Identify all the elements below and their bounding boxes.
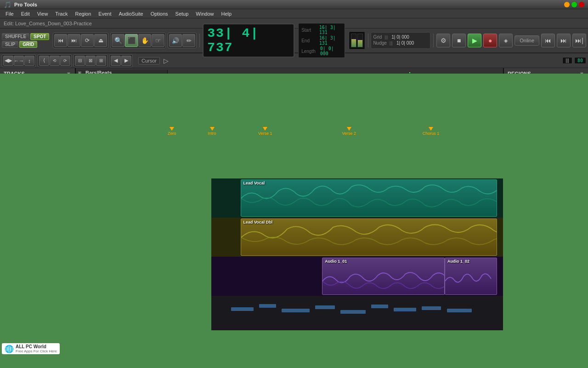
- zoom-out-h[interactable]: ←→: [14, 56, 24, 66]
- audio1-clip2-label: Audio 1_02: [446, 259, 471, 264]
- app-name: Pro Tools: [14, 2, 37, 7]
- menu-region[interactable]: Region: [71, 11, 95, 17]
- menu-track[interactable]: Track: [51, 11, 71, 17]
- audio1-clip2[interactable]: Audio 1_02: [445, 258, 497, 295]
- end-btn[interactable]: ⏭|: [572, 34, 586, 47]
- separator3: [433, 34, 434, 47]
- view-options[interactable]: |||: [562, 57, 572, 64]
- menu-edit[interactable]: Edit: [17, 11, 34, 17]
- separator2: [368, 34, 368, 47]
- marker-zero: Zero: [168, 127, 176, 136]
- cursor-indicator: ▷: [164, 57, 169, 64]
- start-end-display: Start 16| 3| 131 End 16| 3| 131 Length 0…: [298, 23, 345, 58]
- menu-event[interactable]: Event: [95, 11, 115, 17]
- grid-nudge: Grid ||| 1| 0| 000 Nudge ||| 1| 0| 000: [371, 32, 430, 49]
- marker-chorus1: Chorus 1: [423, 127, 440, 136]
- audio1-waveform1: [322, 267, 444, 295]
- loop-set-btn[interactable]: ⟲: [50, 56, 60, 66]
- lead-vocal-track-controls: Lead Vocal ▼ S M waveform: [76, 178, 211, 217]
- zoom-tool[interactable]: 🔍: [112, 34, 124, 47]
- rewind-btn[interactable]: ⏮: [54, 34, 67, 47]
- lead-vocal-dbl-track-content[interactable]: Lead Vocal Dbl: [211, 218, 503, 257]
- audio1-clip1[interactable]: Audio 1_01: [322, 258, 445, 295]
- menu-setup[interactable]: Setup: [172, 11, 192, 17]
- marker-verse2: Verse 2: [342, 127, 356, 136]
- slip-btn[interactable]: SLIP: [2, 41, 18, 48]
- window-controls: [564, 2, 584, 7]
- watermark: 🌐 ALL PC World Free Apps For Click Here: [2, 343, 60, 354]
- ff-btn[interactable]: ⏭: [68, 34, 80, 47]
- back2-btn[interactable]: ◀: [111, 56, 121, 66]
- record-btn[interactable]: ●: [483, 34, 497, 47]
- select-tool[interactable]: ⬛: [125, 34, 138, 47]
- loop-btn[interactable]: ⟳: [81, 34, 94, 47]
- watermark-text: ALL PC World: [16, 344, 57, 349]
- punch-btn[interactable]: ⏏: [94, 34, 107, 47]
- edit-label: Edit: Love_Comes_Down_003-Practice: [4, 21, 92, 26]
- align3-btn[interactable]: ⊞: [96, 56, 106, 66]
- lead-vocal-dbl-waveform: [241, 219, 497, 255]
- menu-view[interactable]: View: [34, 11, 52, 17]
- tool-buttons: 🔍 ⬛ ✋ ☞: [110, 33, 166, 48]
- align2-btn[interactable]: ⊠: [85, 56, 96, 66]
- grid-value: 1| 0| 000: [391, 34, 409, 40]
- menu-options[interactable]: Options: [147, 11, 172, 17]
- menu-help[interactable]: Help: [217, 11, 235, 17]
- pencil-tool[interactable]: ✏: [182, 34, 195, 47]
- align-btn[interactable]: ⊟: [75, 56, 85, 66]
- edit-tools: 🔊 ✏: [168, 33, 197, 48]
- lead-vocal-track-content[interactable]: Lead Vocal: [211, 178, 503, 218]
- marker-intro: Intro: [208, 127, 216, 136]
- menu-window[interactable]: Window: [192, 11, 217, 17]
- bars-ruler: 1 5 9 13 17 21 25 29 33 37: [168, 72, 503, 73]
- hand-tool[interactable]: ☞: [152, 34, 164, 47]
- right-toolbar2: ||| 80: [562, 57, 586, 64]
- next-btn[interactable]: ⏭: [557, 34, 571, 47]
- nav-buttons: ⏮ ⏭ ⟳ ⏏: [53, 33, 108, 48]
- main-area: TRACKS ▼ ClickReturn ClickKickSnareRackF…: [0, 68, 588, 368]
- audio1-waveform2: [445, 267, 497, 295]
- settings-btn[interactable]: ⚙: [436, 34, 450, 47]
- speaker-tool[interactable]: 🔊: [169, 34, 182, 47]
- grab-tool[interactable]: ✋: [138, 34, 151, 47]
- zoom-in-h[interactable]: ◀▶: [3, 56, 13, 66]
- lead-vocal-dbl-clip[interactable]: Lead Vocal Dbl: [241, 218, 498, 256]
- back-btn[interactable]: ⟨: [39, 56, 49, 66]
- tracks-scroll: Keys ▼ S M waveform: [76, 137, 503, 359]
- grid-btn[interactable]: GRID: [19, 41, 37, 48]
- start-label: Start: [301, 28, 316, 33]
- shuffle-btn[interactable]: SHUFFLE: [2, 33, 29, 40]
- stop-btn[interactable]: ■: [452, 34, 466, 47]
- cursor-mode-label: Cursor: [138, 57, 160, 64]
- spot-btn[interactable]: SPOT: [30, 33, 49, 40]
- lead-vocal-track-row: Lead Vocal ▼ S M waveform: [76, 178, 503, 218]
- separator1: [199, 34, 200, 47]
- extra-btn[interactable]: ◈: [499, 34, 513, 47]
- end-value: 16| 3| 131: [319, 35, 342, 46]
- timeline-area: ▣ Bars|Beats 1 5 9 13 17 21 25 29 33 37: [76, 68, 503, 368]
- nudge-value: 1| 0| 000: [396, 40, 414, 46]
- lead-vocal-level-bar: [109, 188, 111, 209]
- meter-display: [349, 31, 365, 50]
- nav-controls: ⟨ ⟲ ⟳: [38, 54, 72, 67]
- zoom-in-v[interactable]: ↕: [24, 56, 34, 66]
- right-toolbar: ⚙ ■ ▶ ● ◈ Online ⏮ ⏭ ⏭|: [436, 34, 586, 47]
- inst1-midi-notes: [217, 298, 498, 328]
- loop-end-btn[interactable]: ⟳: [60, 56, 70, 66]
- lead-vocal-clip[interactable]: Lead Vocal: [241, 179, 498, 217]
- app-icon: 🎵: [4, 1, 11, 8]
- lead-vocal-track-btns: S M: [78, 188, 209, 209]
- inst1-track-content[interactable]: [211, 296, 503, 330]
- fwd-btn[interactable]: ▶: [121, 56, 131, 66]
- menu-file[interactable]: File: [2, 11, 17, 17]
- prev-btn[interactable]: ⏮: [541, 34, 555, 47]
- zoom-counter: 80: [574, 57, 586, 64]
- length-label: Length: [301, 49, 317, 54]
- watermark-sub: Free Apps For Click Here: [16, 349, 57, 353]
- scrub-controls: ◀ ▶: [109, 54, 133, 67]
- online-btn[interactable]: Online: [514, 35, 539, 46]
- audio1-track-content[interactable]: Audio 1_01 Audio 1_02: [211, 257, 503, 296]
- play-btn[interactable]: ▶: [468, 34, 481, 47]
- menu-audiosuite[interactable]: AudioSuite: [115, 11, 147, 17]
- titlebar: 🎵 Pro Tools: [0, 0, 588, 9]
